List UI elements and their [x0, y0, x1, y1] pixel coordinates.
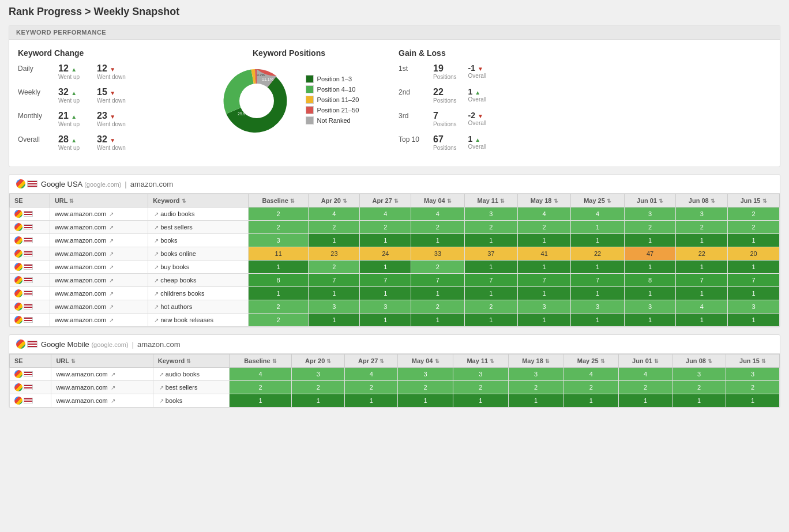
- data-cell: 1: [726, 394, 779, 408]
- data-cell: 1: [464, 261, 517, 274]
- url-cell: www.amazon.com ↗: [50, 314, 148, 327]
- data-cell: 1: [517, 261, 570, 274]
- data-cell: 1: [676, 287, 728, 300]
- data-cell: 1: [398, 394, 453, 408]
- col-header-0[interactable]: SE: [10, 354, 51, 368]
- external-link-icon[interactable]: ↗: [109, 317, 114, 323]
- external-link-icon[interactable]: ↗: [109, 277, 114, 284]
- country-flag-icon: [24, 304, 33, 310]
- country-flag-icon: [24, 237, 33, 243]
- col-header-2[interactable]: Keyword ⇅: [153, 354, 229, 368]
- link-icon[interactable]: ↗: [154, 237, 159, 244]
- search-engine-icon: [14, 370, 22, 378]
- table-section-google_usa: Google USA (google.com) | amazon.com SEU…: [9, 174, 780, 327]
- link-icon[interactable]: ↗: [154, 224, 159, 231]
- external-link-icon[interactable]: ↗: [109, 237, 114, 244]
- data-cell: 1: [309, 234, 360, 247]
- external-link-icon[interactable]: ↗: [111, 384, 115, 391]
- keyword-change-rows: Daily 12 ▲ Went up 12 ▼ Went down Weekly…: [18, 63, 179, 151]
- pie-legend: Position 1–3 Position 4–10 Position 11–2…: [306, 75, 359, 127]
- legend-label-4: Position 21–50: [317, 107, 359, 114]
- data-cell: 23: [309, 247, 360, 261]
- external-link-icon[interactable]: ↗: [109, 224, 114, 231]
- data-cell: 3: [398, 368, 453, 381]
- legend-color-1: [306, 75, 314, 83]
- gl-positions-val: 7 Positions: [433, 111, 457, 127]
- external-link-icon[interactable]: ↗: [109, 251, 114, 257]
- external-link-icon[interactable]: ↗: [111, 371, 115, 378]
- data-cell: 2: [360, 221, 411, 234]
- search-engine-icon: [14, 289, 22, 297]
- keyword-cell: ↗ books: [148, 234, 249, 247]
- data-cell: 4: [676, 300, 728, 314]
- link-icon[interactable]: ↗: [154, 304, 159, 310]
- link-icon[interactable]: ↗: [154, 251, 159, 257]
- link-icon[interactable]: ↗: [159, 384, 164, 391]
- up-arrow-icon: ▲: [475, 89, 480, 96]
- col-header-4[interactable]: Apr 20 ⇅: [309, 194, 360, 207]
- link-icon[interactable]: ↗: [154, 211, 159, 217]
- col-header-11[interactable]: Jun 08 ⇅: [672, 354, 726, 368]
- keyword-cell: ↗ audio books: [148, 207, 249, 221]
- data-cell: 1: [517, 314, 570, 327]
- external-link-icon[interactable]: ↗: [111, 398, 115, 404]
- data-cell: 1: [309, 314, 360, 327]
- search-engine-icon: [14, 223, 22, 231]
- table-row: www.amazon.com ↗↗ cheap books8777777877: [10, 274, 780, 287]
- data-table-google_mobile: SEURL ⇅Keyword ⇅Baseline ⇅Apr 20 ⇅Apr 27…: [9, 354, 780, 408]
- col-header-12[interactable]: Jun 15 ⇅: [728, 194, 780, 207]
- table-row: www.amazon.com ↗↗ books online1123243337…: [10, 247, 780, 261]
- col-header-12[interactable]: Jun 15 ⇅: [726, 354, 779, 368]
- data-cell: 11: [248, 247, 309, 261]
- col-header-0[interactable]: SE: [10, 194, 50, 207]
- data-cell: 3: [508, 368, 563, 381]
- data-cell: 2: [563, 381, 619, 394]
- data-cell: 1: [571, 221, 624, 234]
- col-header-6[interactable]: May 04 ⇅: [398, 354, 453, 368]
- se-cell: [10, 207, 50, 221]
- col-header-10[interactable]: Jun 01 ⇅: [624, 194, 676, 207]
- link-icon[interactable]: ↗: [154, 290, 159, 297]
- data-cell: 2: [453, 381, 508, 394]
- link-icon[interactable]: ↗: [154, 264, 159, 270]
- search-engine-icon: [14, 397, 22, 405]
- col-header-3[interactable]: Baseline ⇅: [229, 354, 291, 368]
- down-arrow-icon: ▼: [110, 90, 115, 96]
- col-header-1[interactable]: URL ⇅: [50, 194, 148, 207]
- col-header-8[interactable]: May 18 ⇅: [517, 194, 570, 207]
- up-arrow-icon: ▲: [71, 90, 77, 96]
- col-header-5[interactable]: Apr 27 ⇅: [360, 194, 411, 207]
- col-header-2[interactable]: Keyword ⇅: [148, 194, 249, 207]
- data-cell: 4: [345, 368, 398, 381]
- col-header-9[interactable]: May 25 ⇅: [563, 354, 619, 368]
- col-header-6[interactable]: May 04 ⇅: [411, 194, 464, 207]
- external-link-icon[interactable]: ↗: [109, 290, 114, 297]
- data-cell: 3: [292, 368, 345, 381]
- google-logo-icon: [16, 339, 25, 349]
- col-header-7[interactable]: May 11 ⇅: [464, 194, 517, 207]
- col-header-9[interactable]: May 25 ⇅: [571, 194, 624, 207]
- col-header-7[interactable]: May 11 ⇅: [453, 354, 508, 368]
- down-arrow-icon: ▼: [110, 114, 115, 120]
- link-icon[interactable]: ↗: [159, 371, 164, 378]
- col-header-8[interactable]: May 18 ⇅: [508, 354, 563, 368]
- country-flag-icon: [24, 277, 33, 283]
- col-header-4[interactable]: Apr 20 ⇅: [292, 354, 345, 368]
- external-link-icon[interactable]: ↗: [109, 211, 114, 217]
- legend-label-1: Position 1–3: [317, 76, 352, 82]
- external-link-icon[interactable]: ↗: [109, 304, 114, 310]
- link-icon[interactable]: ↗: [154, 277, 159, 284]
- col-header-5[interactable]: Apr 27 ⇅: [345, 354, 398, 368]
- data-cell: 7: [517, 274, 570, 287]
- legend-label-3: Position 11–20: [317, 96, 359, 103]
- col-header-1[interactable]: URL ⇅: [51, 354, 153, 368]
- col-header-11[interactable]: Jun 08 ⇅: [676, 194, 728, 207]
- data-cell: 3: [453, 368, 508, 381]
- external-link-icon[interactable]: ↗: [109, 264, 114, 270]
- link-icon[interactable]: ↗: [159, 398, 164, 404]
- data-cell: 4: [360, 207, 411, 221]
- col-header-3[interactable]: Baseline ⇅: [248, 194, 309, 207]
- col-header-10[interactable]: Jun 01 ⇅: [619, 354, 672, 368]
- link-icon[interactable]: ↗: [154, 317, 159, 323]
- gl-positions-val: 19 Positions: [433, 63, 457, 80]
